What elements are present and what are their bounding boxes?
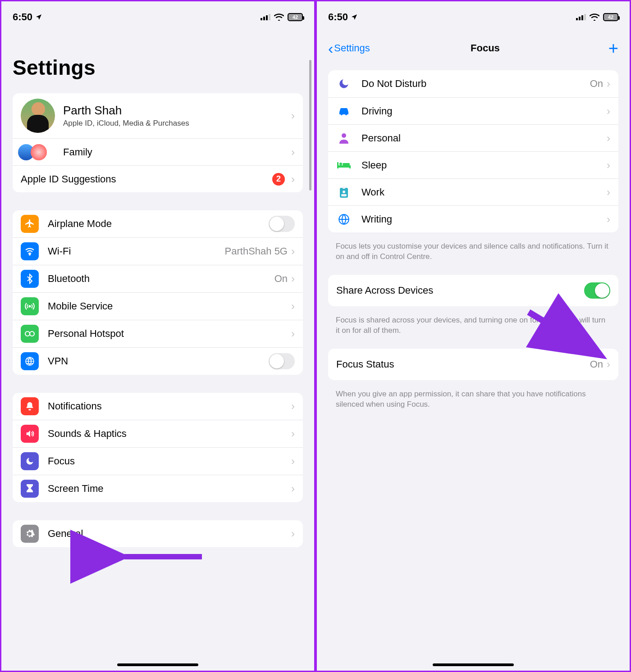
focus-status-note: When you give an app permission, it can … xyxy=(317,385,630,422)
personal-label: Personal xyxy=(361,132,607,144)
badge-count: 2 xyxy=(272,173,285,186)
focus-status-value: On xyxy=(590,359,603,370)
nav-title: Focus xyxy=(370,42,600,54)
svg-rect-1 xyxy=(263,17,265,20)
writing-row[interactable]: Writing › xyxy=(328,205,618,232)
sleep-label: Sleep xyxy=(361,159,607,171)
cellular-icon xyxy=(576,14,586,20)
sounds-row[interactable]: Sounds & Haptics › xyxy=(13,420,303,447)
chevron-right-icon: › xyxy=(607,105,610,118)
wifi-row[interactable]: Wi-Fi ParthShah 5G › xyxy=(13,237,303,265)
dnd-label: Do Not Disturb xyxy=(361,78,590,90)
system-card: Notifications › Sounds & Haptics › Focus… xyxy=(13,393,303,502)
globe-icon xyxy=(21,352,39,370)
vpn-toggle[interactable] xyxy=(269,353,295,369)
focus-status-row[interactable]: Focus Status On › xyxy=(328,349,618,380)
airplane-toggle[interactable] xyxy=(269,216,295,232)
home-indicator[interactable] xyxy=(433,663,514,666)
globe-icon xyxy=(336,213,352,225)
focus-row[interactable]: Focus › xyxy=(13,447,303,475)
back-button[interactable]: ‹ Settings xyxy=(328,42,370,54)
apple-id-row[interactable]: Parth Shah Apple ID, iCloud, Media & Pur… xyxy=(13,93,303,138)
speaker-icon xyxy=(21,425,39,443)
airplane-icon xyxy=(21,215,39,233)
profile-card: Parth Shah Apple ID, iCloud, Media & Pur… xyxy=(13,93,303,192)
svg-point-6 xyxy=(25,331,30,336)
chevron-right-icon: › xyxy=(291,482,295,495)
vpn-label: VPN xyxy=(48,355,269,367)
mobile-row[interactable]: Mobile Service › xyxy=(13,292,303,320)
car-icon xyxy=(336,107,352,116)
work-row[interactable]: Work › xyxy=(328,178,618,205)
general-card: General › xyxy=(13,520,303,547)
sleep-row[interactable]: Sleep › xyxy=(328,151,618,178)
chevron-right-icon: › xyxy=(607,213,610,226)
bluetooth-value: On xyxy=(274,273,288,285)
gear-icon xyxy=(21,525,39,543)
general-row[interactable]: General › xyxy=(13,520,303,547)
status-bar: 6:50 42 xyxy=(1,1,314,33)
svg-rect-17 xyxy=(349,165,351,168)
svg-point-22 xyxy=(343,191,345,193)
avatar xyxy=(21,99,55,133)
status-bar: 6:50 42 xyxy=(317,1,630,33)
hotspot-icon xyxy=(21,325,39,343)
chevron-right-icon: › xyxy=(291,455,295,468)
bluetooth-label: Bluetooth xyxy=(48,273,274,285)
bell-icon xyxy=(21,397,39,415)
airplane-row[interactable]: Airplane Mode xyxy=(13,210,303,237)
notifications-row[interactable]: Notifications › xyxy=(13,393,303,420)
svg-point-14 xyxy=(342,133,346,138)
bluetooth-icon xyxy=(21,270,39,288)
status-time: 6:50 xyxy=(13,11,32,23)
chevron-right-icon: › xyxy=(291,400,295,413)
chevron-right-icon: › xyxy=(291,109,295,122)
dnd-row[interactable]: Do Not Disturb On › xyxy=(328,70,618,97)
add-button[interactable]: + xyxy=(600,39,618,58)
svg-rect-3 xyxy=(269,14,270,20)
svg-rect-21 xyxy=(343,186,345,189)
focus-label: Focus xyxy=(48,455,291,467)
focus-note: Focus lets you customise your devices an… xyxy=(317,237,630,275)
profile-desc: Apple ID, iCloud, Media & Purchases xyxy=(63,119,291,128)
family-row[interactable]: Family › xyxy=(13,138,303,165)
location-arrow-icon xyxy=(35,14,42,21)
phone-focus: 6:50 42 ‹ Settings Focus + Do Not Distur… xyxy=(316,0,631,672)
hotspot-row[interactable]: Personal Hotspot › xyxy=(13,320,303,347)
battery-icon: 42 xyxy=(288,13,303,21)
mobile-label: Mobile Service xyxy=(48,300,291,312)
page-title: Settings xyxy=(1,33,314,93)
suggestions-row[interactable]: Apple ID Suggestions 2 › xyxy=(13,165,303,192)
home-indicator[interactable] xyxy=(117,663,198,666)
svg-point-4 xyxy=(29,254,31,255)
svg-rect-13 xyxy=(584,14,586,20)
driving-label: Driving xyxy=(361,105,607,117)
share-label: Share Across Devices xyxy=(336,285,584,296)
personal-row[interactable]: Personal › xyxy=(328,124,618,151)
moon-icon xyxy=(336,78,352,90)
bed-icon xyxy=(336,161,352,169)
svg-rect-12 xyxy=(581,15,583,20)
chevron-right-icon: › xyxy=(291,272,295,285)
chevron-right-icon: › xyxy=(607,132,610,145)
antenna-icon xyxy=(21,297,39,315)
family-label: Family xyxy=(63,146,291,158)
location-arrow-icon xyxy=(351,14,358,21)
airplane-label: Airplane Mode xyxy=(48,218,269,230)
chevron-right-icon: › xyxy=(291,300,295,313)
cellular-icon xyxy=(261,14,270,20)
driving-row[interactable]: Driving › xyxy=(328,97,618,124)
focus-modes-card: Do Not Disturb On › Driving › Personal ›… xyxy=(328,70,618,232)
vpn-row[interactable]: VPN xyxy=(13,347,303,375)
share-toggle[interactable] xyxy=(584,282,610,299)
screentime-row[interactable]: Screen Time › xyxy=(13,475,303,502)
nav-bar: ‹ Settings Focus + xyxy=(317,33,630,64)
focus-status-card: Focus Status On › xyxy=(328,349,618,380)
svg-rect-0 xyxy=(261,18,262,20)
hotspot-label: Personal Hotspot xyxy=(48,328,291,340)
bluetooth-row[interactable]: Bluetooth On › xyxy=(13,265,303,292)
share-row[interactable]: Share Across Devices xyxy=(328,275,618,306)
scrollbar[interactable] xyxy=(309,60,311,191)
suggestions-label: Apple ID Suggestions xyxy=(21,173,272,185)
moon-icon xyxy=(21,452,39,470)
